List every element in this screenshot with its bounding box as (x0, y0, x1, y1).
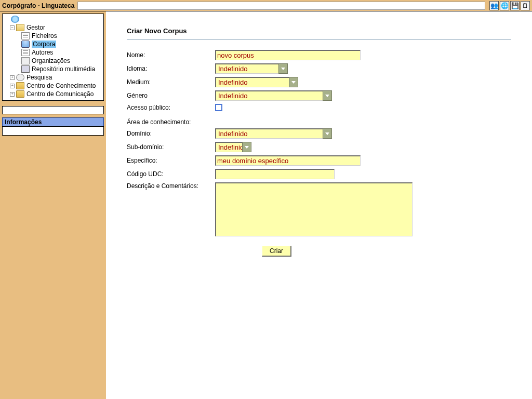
page-title: Criar Novo Corpus (127, 27, 511, 35)
app-title: Corpógrafo - Linguateca (2, 2, 74, 9)
tree-item-repositorio[interactable]: Repositório multimédia (4, 65, 102, 73)
label-area: Área de conhecimento: (127, 118, 511, 126)
expand-icon[interactable]: + (10, 75, 15, 80)
input-especifico[interactable] (215, 155, 361, 166)
select-subdominio[interactable]: Indefinido (215, 142, 251, 152)
toolbar-icons: 👥 🌐 💾 🗒 (489, 1, 530, 10)
label-especifico: Específico: (127, 157, 215, 164)
tree-panel: − Gestor Ficheiros Corpora Autores (2, 14, 104, 101)
tree-item-ficheiros[interactable]: Ficheiros (4, 32, 102, 40)
top-search-input[interactable] (77, 2, 485, 10)
textarea-descricao[interactable] (215, 182, 413, 236)
label-codigo-udc: Código UDC: (127, 170, 215, 178)
multimedia-icon (21, 65, 30, 73)
top-bar: Corpógrafo - Linguateca 👥 🌐 💾 🗒 (0, 0, 532, 11)
folder-icon (16, 90, 24, 98)
world-icon (11, 16, 19, 23)
label-acesso-publico: Acesso público: (127, 104, 215, 111)
chevron-down-icon[interactable] (323, 128, 332, 139)
tree-item-centro-comunicacao[interactable]: + Centro de Comunicação (4, 90, 102, 98)
expand-icon[interactable]: + (10, 84, 15, 88)
divider (127, 39, 511, 39)
corpus-icon (21, 41, 30, 48)
input-nome[interactable] (215, 50, 361, 60)
tree-item-corpora[interactable]: Corpora (4, 40, 102, 48)
main-content: Criar Novo Corpus Nome: Idioma: Indefini… (106, 11, 532, 399)
label-nome: Nome: (127, 51, 215, 59)
label-dominio: Domínio: (127, 130, 215, 137)
expand-icon[interactable]: + (10, 92, 15, 97)
label-descricao: Descrição e Comentários: (127, 182, 215, 190)
folder-open-icon (16, 24, 24, 31)
select-dominio[interactable]: Indefinido (215, 128, 332, 139)
create-button[interactable]: Criar (262, 246, 291, 257)
collapse-icon[interactable]: − (10, 25, 15, 30)
chevron-down-icon[interactable] (242, 142, 251, 152)
chevron-down-icon[interactable] (289, 77, 298, 87)
select-idioma[interactable]: Indefinido (215, 63, 288, 74)
tree-item-autores[interactable]: Autores (4, 48, 102, 57)
author-icon (21, 49, 30, 56)
folder-icon (16, 82, 24, 89)
people-icon (21, 57, 30, 64)
label-genero: Género (127, 92, 215, 99)
select-genero[interactable]: Indefinido (215, 90, 332, 101)
globe-icon[interactable]: 🌐 (500, 1, 509, 10)
checkbox-acesso-publico[interactable] (215, 104, 222, 111)
file-icon (21, 32, 30, 39)
sidebar-spacer (2, 106, 104, 114)
tree-item-pesquisa[interactable]: + Pesquisa (4, 73, 102, 82)
info-panel-body (2, 126, 104, 136)
info-panel-header: Informações (2, 117, 104, 126)
search-icon (16, 74, 24, 81)
label-medium: Medium: (127, 78, 215, 86)
note-icon[interactable]: 🗒 (521, 1, 530, 10)
tree-item-gestor[interactable]: − Gestor (4, 23, 102, 32)
users-icon[interactable]: 👥 (489, 1, 499, 10)
sidebar: − Gestor Ficheiros Corpora Autores (0, 11, 106, 399)
tree-item-centro-conhecimento[interactable]: + Centro de Conhecimento (4, 82, 102, 90)
tree-item-organizacoes[interactable]: Organizações (4, 57, 102, 65)
disk-icon[interactable]: 💾 (510, 1, 520, 10)
label-subdominio: Sub-domínio: (127, 143, 215, 151)
label-idioma: Idioma: (127, 65, 215, 72)
select-medium[interactable]: Indefinido (215, 77, 298, 87)
chevron-down-icon[interactable] (323, 90, 332, 101)
chevron-down-icon[interactable] (278, 63, 288, 74)
tree-root[interactable] (4, 15, 102, 23)
input-codigo-udc[interactable] (215, 169, 335, 179)
